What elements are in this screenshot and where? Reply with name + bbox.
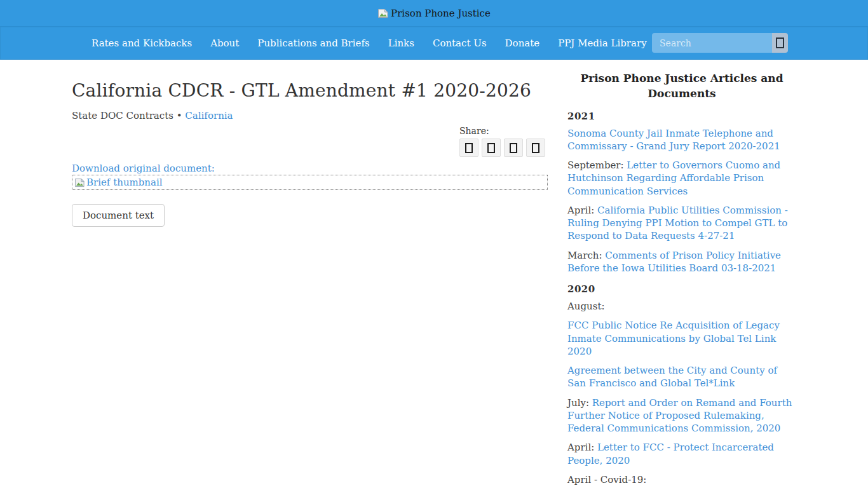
article-link[interactable]: Agreement between the City and County of… <box>567 365 777 389</box>
share-button-1[interactable] <box>459 139 478 157</box>
article-item: Sonoma County Jail Inmate Telephone and … <box>567 127 796 153</box>
article-link[interactable]: California Public Utilities Commission -… <box>567 205 788 242</box>
nav-item-ppj-media-library[interactable]: PPJ Media Library <box>558 37 646 49</box>
share-icon-placeholder <box>487 143 495 153</box>
breadcrumb-separator: • <box>177 110 182 121</box>
share-block: Share: <box>72 126 548 157</box>
breadcrumb-location-link[interactable]: California <box>185 110 233 121</box>
site-logo[interactable]: Prison Phone Justice <box>377 8 491 19</box>
broken-image-icon <box>74 178 85 187</box>
broken-image-icon <box>377 8 389 18</box>
download-original-link[interactable]: Download original document: <box>72 163 215 174</box>
share-button-2[interactable] <box>482 139 501 157</box>
article-link[interactable]: FCC Public Notice Re Acquisition of Lega… <box>567 320 780 357</box>
article-month-label: July: <box>567 397 592 409</box>
document-thumbnail-box: Brief thumbnail <box>72 175 548 190</box>
header-top-band: Prison Phone Justice <box>0 0 868 26</box>
nav-item-donate[interactable]: Donate <box>505 37 540 49</box>
document-text-button[interactable]: Document text <box>72 204 165 227</box>
nav-item-about[interactable]: About <box>210 37 239 49</box>
article-item: July: Report and Order on Remand and Fou… <box>567 396 796 435</box>
article-item: Agreement between the City and County of… <box>567 364 796 390</box>
share-button-3[interactable] <box>504 139 523 157</box>
nav-item-links[interactable]: Links <box>388 37 414 49</box>
share-icon-placeholder <box>510 143 517 153</box>
share-icon-placeholder <box>465 143 473 153</box>
article-month-label: April: <box>567 442 597 453</box>
page-title: California CDCR - GTL Amendment #1 2020-… <box>72 80 548 101</box>
search-input[interactable] <box>652 33 772 53</box>
share-button-4[interactable] <box>526 139 545 157</box>
article-month-label: March: <box>567 250 605 261</box>
share-label: Share: <box>459 126 545 136</box>
article-month-label: September: <box>567 159 627 171</box>
article-item: April - Covid-19: <box>567 473 796 486</box>
article-item: April: Letter to FCC - Protect Incarcera… <box>567 441 796 467</box>
article-item: FCC Public Notice Re Acquisition of Lega… <box>567 319 796 358</box>
nav-item-rates-and-kickbacks[interactable]: Rates and Kickbacks <box>92 37 192 49</box>
thumbnail-alt-text: Brief thumbnail <box>86 177 163 188</box>
year-heading: 2020 <box>567 283 796 295</box>
year-heading: 2021 <box>567 111 796 122</box>
breadcrumb-category: State DOC Contracts <box>72 110 173 121</box>
article-item: April: California Public Utilities Commi… <box>567 204 796 243</box>
document-thumbnail-link[interactable]: Brief thumbnail <box>74 177 545 188</box>
article-month-label: August: <box>567 301 605 312</box>
sidebar-title: Prison Phone Justice Articles and Docume… <box>567 71 796 102</box>
share-icon-placeholder <box>532 143 539 153</box>
article-item: August: <box>567 300 796 313</box>
article-link[interactable]: Sonoma County Jail Inmate Telephone and … <box>567 128 780 152</box>
article-month-label: April - Covid-19: <box>567 474 646 485</box>
site-logo-text: Prison Phone Justice <box>391 8 491 19</box>
articles-sidebar: Prison Phone Justice Articles and Docume… <box>567 60 796 488</box>
document-main: California CDCR - GTL Amendment #1 2020-… <box>72 60 548 227</box>
nav-item-contact-us[interactable]: Contact Us <box>433 37 487 49</box>
search-box <box>652 33 788 53</box>
site-header: Prison Phone Justice Rates and Kickbacks… <box>0 0 868 60</box>
sidebar-articles: 2021Sonoma County Jail Inmate Telephone … <box>567 111 796 488</box>
main-nav: Rates and Kickbacks About Publications a… <box>0 26 868 60</box>
search-button[interactable] <box>772 33 788 53</box>
share-buttons <box>459 139 545 157</box>
article-item: March: Comments of Prison Policy Initiat… <box>567 249 796 275</box>
breadcrumb: State DOC Contracts • California <box>72 110 548 121</box>
article-link[interactable]: Report and Order on Remand and Fourth Fu… <box>567 397 792 435</box>
nav-item-publications-and-briefs[interactable]: Publications and Briefs <box>257 37 369 49</box>
article-item: September: Letter to Governors Cuomo and… <box>567 159 796 198</box>
article-link[interactable]: Letter to FCC - Protect Incarcerated Peo… <box>567 442 774 466</box>
article-month-label: April: <box>567 205 597 216</box>
search-icon-placeholder <box>776 37 784 48</box>
nav-links: Rates and Kickbacks About Publications a… <box>92 37 647 49</box>
